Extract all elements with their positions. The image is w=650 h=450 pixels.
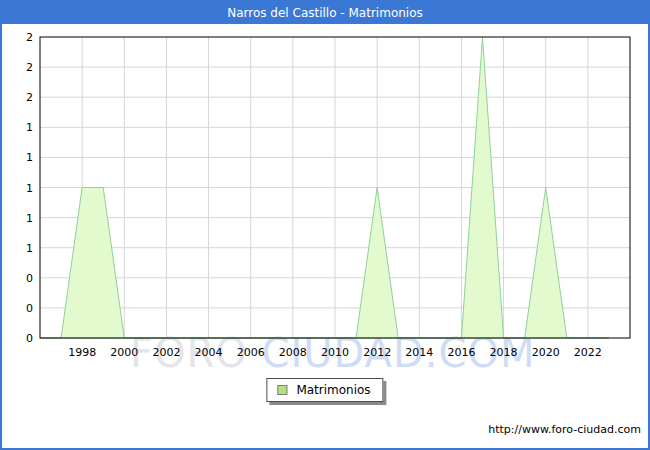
- svg-text:1: 1: [26, 121, 33, 134]
- svg-text:1: 1: [26, 242, 33, 255]
- svg-text:2008: 2008: [279, 346, 307, 359]
- svg-text:2016: 2016: [447, 346, 475, 359]
- svg-text:2010: 2010: [321, 346, 349, 359]
- svg-text:2000: 2000: [110, 346, 138, 359]
- svg-text:2004: 2004: [195, 346, 223, 359]
- svg-text:2002: 2002: [152, 346, 180, 359]
- svg-text:2012: 2012: [363, 346, 391, 359]
- svg-text:2: 2: [26, 61, 33, 74]
- svg-text:1: 1: [26, 182, 33, 195]
- svg-text:2018: 2018: [490, 346, 518, 359]
- legend: Matrimonios: [266, 378, 383, 402]
- svg-text:0: 0: [26, 272, 33, 285]
- svg-text:1998: 1998: [68, 346, 96, 359]
- svg-text:2020: 2020: [532, 346, 560, 359]
- svg-text:2006: 2006: [237, 346, 265, 359]
- area-chart-plot: 0001111122219982000200220042006200820102…: [2, 22, 648, 422]
- svg-text:2022: 2022: [574, 346, 602, 359]
- svg-text:1: 1: [26, 212, 33, 225]
- svg-text:2: 2: [26, 91, 33, 104]
- svg-text:0: 0: [26, 332, 33, 345]
- chart-title: Narros del Castillo - Matrimonios: [2, 2, 648, 24]
- svg-text:0: 0: [26, 302, 33, 315]
- chart-window: Narros del Castillo - Matrimonios FORO C…: [0, 0, 650, 450]
- svg-text:2: 2: [26, 31, 33, 44]
- legend-label: Matrimonios: [296, 383, 370, 397]
- svg-text:1: 1: [26, 151, 33, 164]
- legend-swatch-matrimonios: [277, 385, 287, 395]
- svg-text:2014: 2014: [405, 346, 433, 359]
- source-url: http://www.foro-ciudad.com: [488, 423, 641, 436]
